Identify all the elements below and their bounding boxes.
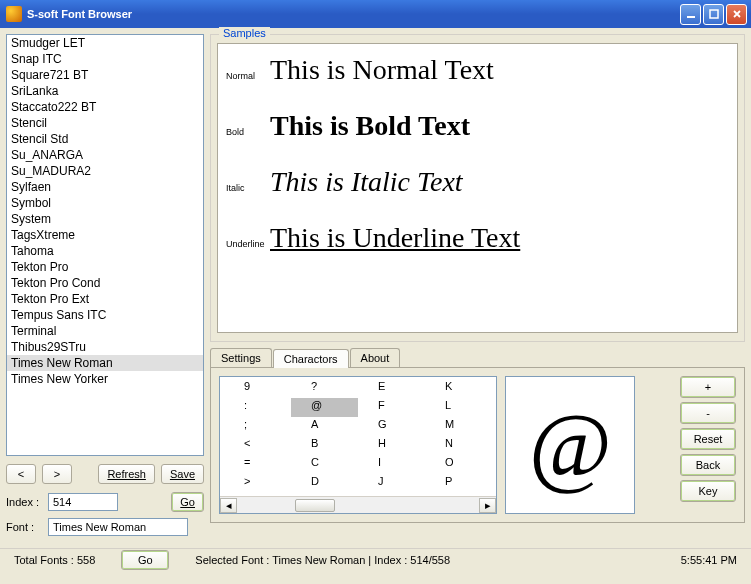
list-item[interactable]: Su_MADURA2	[7, 163, 203, 179]
list-item[interactable]: Staccato222 BT	[7, 99, 203, 115]
list-item[interactable]: Sylfaen	[7, 179, 203, 195]
sample-text: This is Normal Text	[270, 54, 494, 86]
char-cell[interactable]: C	[291, 455, 358, 474]
list-item[interactable]: SriLanka	[7, 83, 203, 99]
svg-rect-1	[710, 10, 718, 18]
next-button[interactable]: >	[42, 464, 72, 484]
tab-charactors[interactable]: Charactors	[273, 349, 349, 368]
char-cell[interactable]: J	[358, 474, 425, 493]
index-input[interactable]	[48, 493, 118, 511]
close-button[interactable]	[726, 4, 747, 25]
minus-button[interactable]: -	[680, 402, 736, 424]
reset-button[interactable]: Reset	[680, 428, 736, 450]
font-list[interactable]: Smudger LETSnap ITCSquare721 BTSriLankaS…	[6, 34, 204, 456]
list-item[interactable]: Tempus Sans ITC	[7, 307, 203, 323]
char-scrollbar[interactable]: ◂ ▸	[220, 496, 496, 513]
list-item[interactable]: Thibus29STru	[7, 339, 203, 355]
app-icon	[6, 6, 22, 22]
char-cell[interactable]: H	[358, 436, 425, 455]
refresh-button[interactable]: Refresh	[98, 464, 155, 484]
plus-button[interactable]: +	[680, 376, 736, 398]
list-item[interactable]: Tekton Pro Cond	[7, 275, 203, 291]
svg-rect-0	[687, 16, 695, 18]
char-cell[interactable]: I	[358, 455, 425, 474]
status-selected: Selected Font : Times New Roman | Index …	[189, 552, 456, 568]
list-item[interactable]: Tahoma	[7, 243, 203, 259]
char-preview: @	[505, 376, 635, 514]
sample-canvas: NormalThis is Normal TextBoldThis is Bol…	[217, 43, 738, 333]
sample-tag: Normal	[226, 71, 270, 81]
char-cell[interactable]: <	[224, 436, 291, 455]
list-item[interactable]: Terminal	[7, 323, 203, 339]
tab-about[interactable]: About	[350, 348, 401, 367]
char-cell[interactable]: E	[358, 379, 425, 398]
char-cell[interactable]: B	[291, 436, 358, 455]
char-cell[interactable]: ;	[224, 417, 291, 436]
char-cell[interactable]: :	[224, 398, 291, 417]
sample-text: This is Underline Text	[270, 222, 520, 254]
key-button[interactable]: Key	[680, 480, 736, 502]
char-cell[interactable]: A	[291, 417, 358, 436]
list-item[interactable]: Symbol	[7, 195, 203, 211]
char-cell[interactable]: >	[224, 474, 291, 493]
char-cell[interactable]: G	[358, 417, 425, 436]
list-item[interactable]: Tekton Pro Ext	[7, 291, 203, 307]
minimize-button[interactable]	[680, 4, 701, 25]
sample-tag: Bold	[226, 127, 270, 137]
char-cell[interactable]: P	[425, 474, 492, 493]
sample-tag: Underline	[226, 239, 270, 249]
scroll-right-icon[interactable]: ▸	[479, 498, 496, 513]
list-item[interactable]: System	[7, 211, 203, 227]
sample-text: This is Italic Text	[270, 166, 463, 198]
char-cell[interactable]: O	[425, 455, 492, 474]
char-cell[interactable]: M	[425, 417, 492, 436]
sample-text: This is Bold Text	[270, 110, 470, 142]
char-cell[interactable]: ?	[291, 379, 358, 398]
char-cell[interactable]: @	[291, 398, 358, 417]
status-total: Total Fonts : 558	[8, 552, 101, 568]
char-cell[interactable]: D	[291, 474, 358, 493]
index-label: Index :	[6, 496, 42, 508]
list-item[interactable]: TagsXtreme	[7, 227, 203, 243]
tab-settings[interactable]: Settings	[210, 348, 272, 367]
maximize-button[interactable]	[703, 4, 724, 25]
list-item[interactable]: Smudger LET	[7, 35, 203, 51]
list-item[interactable]: Times New Yorker	[7, 371, 203, 387]
font-label: Font :	[6, 521, 42, 533]
scroll-left-icon[interactable]: ◂	[220, 498, 237, 513]
back-button[interactable]: Back	[680, 454, 736, 476]
prev-button[interactable]: <	[6, 464, 36, 484]
char-cell[interactable]: F	[358, 398, 425, 417]
status-go-button[interactable]: Go	[121, 550, 169, 570]
list-item[interactable]: Tekton Pro	[7, 259, 203, 275]
char-cell[interactable]: K	[425, 379, 492, 398]
window-title: S-soft Font Browser	[27, 8, 132, 20]
font-input[interactable]	[48, 518, 188, 536]
char-cell[interactable]: L	[425, 398, 492, 417]
character-list[interactable]: 9?EK:@FL;AGM<BHN=CIO>DJP ◂ ▸	[219, 376, 497, 514]
samples-group-label: Samples	[219, 27, 270, 39]
char-cell[interactable]: N	[425, 436, 492, 455]
status-time: 5:55:41 PM	[675, 552, 743, 568]
char-cell[interactable]: 9	[224, 379, 291, 398]
sample-tag: Italic	[226, 183, 270, 193]
list-item[interactable]: Snap ITC	[7, 51, 203, 67]
list-item[interactable]: Stencil Std	[7, 131, 203, 147]
go-index-button[interactable]: Go	[171, 492, 204, 512]
list-item[interactable]: Times New Roman	[7, 355, 203, 371]
list-item[interactable]: Stencil	[7, 115, 203, 131]
list-item[interactable]: Su_ANARGA	[7, 147, 203, 163]
list-item[interactable]: Square721 BT	[7, 67, 203, 83]
char-cell[interactable]: =	[224, 455, 291, 474]
save-button[interactable]: Save	[161, 464, 204, 484]
